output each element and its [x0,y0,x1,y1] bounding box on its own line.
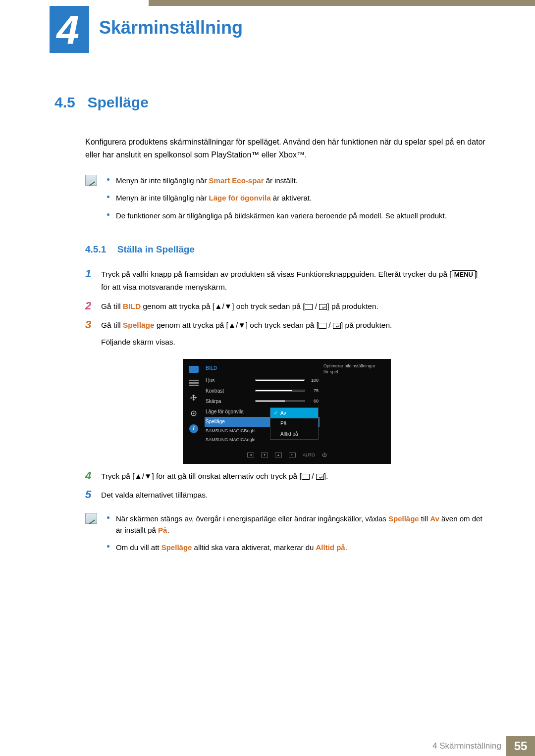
subsection-number: 4.5.1 [85,244,106,255]
osd-row-skarpa: Skärpa 60 [205,396,320,406]
steps-list: 1 Tryck på valfri knapp på framsidan av … [85,268,485,502]
select-icon [305,304,313,310]
pencil-icon [85,513,97,524]
step-5: 5 Det valda alternativet tillämpas. [85,489,485,502]
info-icon: i [189,424,198,433]
note-item: Menyn är inte tillgänglig när Smart Eco-… [107,175,485,186]
step-1: 1 Tryck på valfri knapp på framsidan av … [85,268,485,294]
osd-option-pa: På [270,418,318,429]
osd-description: Optimerar bildinställningar för spel. [320,359,384,445]
step-4: 4 Tryck på [▲/▼] för att gå till önskat … [85,470,485,483]
osd-footer: ◄ ▼ ▲ ↵ AUTO ⏻ [183,451,391,460]
select-icon [319,323,326,329]
list-icon [189,380,199,387]
footer-page-number: 55 [506,736,535,756]
osd-option-alltid: Alltid på [270,429,318,439]
power-icon: ⏻ [322,452,326,459]
chapter-title: Skärminställning [99,17,243,38]
osd-sidebar: i [183,359,205,445]
enter-icon [333,323,341,329]
monitor-icon [189,366,199,373]
subsection-title: Ställa in Spelläge [117,244,195,254]
step-3: 3 Gå till Spelläge genom att trycka på [… [85,319,485,464]
svg-point-1 [193,412,194,414]
footer-chapter-label: 4 Skärminställning [432,741,501,751]
note-item: De funktioner som är tillgängliga på bil… [107,210,485,221]
top-accent-bar [149,0,535,6]
page-content: 4.5 Spelläge Konfigurera produktens skär… [54,94,485,559]
note-list-1: Menyn är inte tillgänglig när Smart Eco-… [107,175,485,227]
section-number: 4.5 [54,94,85,111]
note-item: När skärmen stängs av, övergår i energis… [107,513,485,536]
select-icon [302,474,310,480]
osd-row-kontrast: Kontrast 75 [205,386,320,396]
subsection-header: 4.5.1 Ställa in Spelläge 1 Tryck på valf… [85,244,485,559]
step-number: 2 [85,300,94,313]
auto-label: AUTO [303,452,315,459]
enter-icon: ↵ [289,453,296,457]
left-icon: ◄ [247,453,254,457]
up-icon: ▲ [275,453,282,457]
note-block-2: När skärmen stängs av, övergår i energis… [85,513,485,559]
osd-row-ljus: Ljus 100 [205,375,320,386]
section-intro: Konfigurera produktens skärminställninga… [85,136,485,161]
osd-menu-header: BILD [205,364,320,375]
osd-dropdown: Av På Alltid på [270,407,319,440]
enter-icon [316,474,324,480]
note-list-2: När skärmen stängs av, övergår i energis… [107,513,485,559]
step-number: 5 [85,489,94,502]
page-footer: 4 Skärminställning 55 [0,736,535,756]
gear-icon [190,409,198,417]
osd-option-av: Av [270,408,318,418]
note-block-1: Menyn är inte tillgänglig när Smart Eco-… [85,175,485,227]
step-number: 4 [85,470,94,483]
step-number: 1 [85,268,94,294]
osd-screenshot: i BILD Ljus 100 Kontrast 75 [183,359,391,464]
step-number: 3 [85,319,94,464]
section-title: Spelläge [87,94,148,110]
move-icon [189,394,198,403]
enter-icon [319,304,327,310]
step-2: 2 Gå till BILD genom att trycka på [▲/▼]… [85,300,485,313]
down-icon: ▼ [261,453,268,457]
note-item: Menyn är inte tillgänglig när Läge för ö… [107,192,485,203]
menu-button-label: MENU [452,270,476,279]
pencil-icon [85,175,97,186]
chapter-number-badge: 4 [50,6,89,53]
note-item: Om du vill att Spelläge alltid ska vara … [107,542,485,553]
